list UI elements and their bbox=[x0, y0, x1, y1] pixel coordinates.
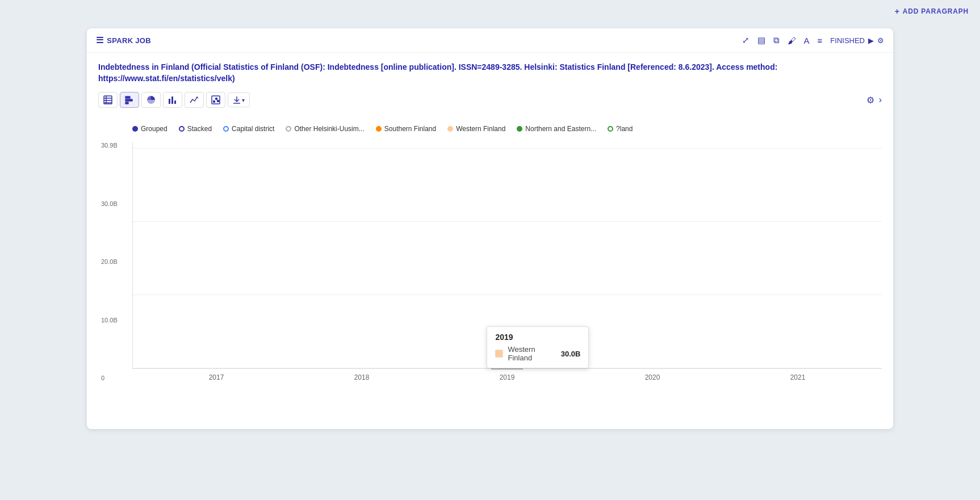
tooltip-region: Western Finland bbox=[508, 345, 556, 362]
y-label-309b: 30.9B bbox=[101, 142, 118, 149]
header-icons: ⤢ ▤ ⧉ 🖌 A ≡ FINISHED ▶ ⚙ bbox=[742, 35, 884, 45]
legend-capital[interactable]: Capital district bbox=[223, 125, 274, 133]
paint-icon[interactable]: 🖌 bbox=[788, 36, 796, 45]
y-label-0: 0 bbox=[101, 375, 118, 381]
chart-title: Indebtedness in Finland (Official Statis… bbox=[98, 62, 882, 84]
legend-northern[interactable]: Northern and Eastern... bbox=[517, 125, 596, 133]
play-icon[interactable]: ▶ bbox=[868, 36, 874, 45]
x-label-2021: 2021 bbox=[725, 373, 870, 381]
tooltip-value: 30.0B bbox=[561, 350, 581, 358]
legend-grouped[interactable]: Grouped bbox=[132, 125, 167, 133]
table-icon[interactable]: ▤ bbox=[757, 35, 765, 45]
legend-dot-aland bbox=[608, 126, 613, 132]
legend-label-capital: Capital district bbox=[232, 125, 274, 133]
legend-label-grouped: Grouped bbox=[141, 125, 167, 133]
expand-icon[interactable]: ⤢ bbox=[742, 35, 749, 45]
x-label-2018: 2018 bbox=[289, 373, 434, 381]
legend-aland[interactable]: ?land bbox=[608, 125, 633, 133]
y-label-10b: 10.0B bbox=[101, 317, 118, 323]
chart-type-bar-v[interactable] bbox=[163, 92, 182, 108]
legend-other-helsinki[interactable]: Other Helsinki-Uusim... bbox=[286, 125, 364, 133]
tooltip-year: 2019 bbox=[495, 333, 580, 342]
chart-inner: 2019 Western Finland 30.0B bbox=[132, 142, 882, 369]
tooltip-swatch bbox=[495, 350, 503, 358]
legend-label-northern: Northern and Eastern... bbox=[525, 125, 596, 133]
legend-label-other-helsinki: Other Helsinki-Uusim... bbox=[294, 125, 364, 133]
legend-label-western: Western Finland bbox=[456, 125, 505, 133]
tooltip: 2019 Western Finland 30.0B bbox=[487, 326, 589, 368]
svg-point-12 bbox=[213, 101, 215, 103]
chart-settings-icons: ⚙ › bbox=[866, 95, 882, 106]
svg-rect-9 bbox=[171, 96, 173, 104]
chart-toolbar: ▾ ⚙ › bbox=[98, 92, 882, 108]
chart-download-button[interactable]: ▾ bbox=[228, 93, 250, 107]
chart-type-buttons: ▾ bbox=[98, 92, 250, 108]
main-card: ☰ SPARK JOB ⤢ ▤ ⧉ 🖌 A ≡ FINISHED ▶ ⚙ Ind… bbox=[87, 28, 893, 429]
card-header: ☰ SPARK JOB ⤢ ▤ ⧉ 🖌 A ≡ FINISHED ▶ ⚙ bbox=[87, 28, 893, 53]
legend-western[interactable]: Western Finland bbox=[447, 125, 505, 133]
svg-rect-10 bbox=[174, 100, 176, 104]
chart-type-bar-h[interactable] bbox=[120, 92, 139, 108]
chart-area: Grouped Stacked Capital district Other H… bbox=[98, 119, 882, 420]
svg-rect-6 bbox=[125, 99, 132, 101]
add-paragraph-button[interactable]: + ADD PARAGRAPH bbox=[895, 7, 969, 16]
chart-type-line[interactable] bbox=[185, 92, 204, 108]
legend-dot-other-helsinki bbox=[286, 126, 291, 132]
x-label-2020: 2020 bbox=[580, 373, 725, 381]
chart-type-table[interactable] bbox=[98, 92, 118, 108]
finished-badge: FINISHED ▶ ⚙ bbox=[830, 36, 884, 45]
bars-container: 2019 Western Finland 30.0B bbox=[133, 142, 882, 368]
svg-rect-7 bbox=[125, 102, 128, 104]
svg-rect-8 bbox=[169, 99, 170, 104]
card-body: Indebtedness in Finland (Official Statis… bbox=[87, 53, 893, 429]
svg-rect-5 bbox=[125, 96, 130, 98]
x-label-2017: 2017 bbox=[144, 373, 289, 381]
legend-dot-capital bbox=[223, 126, 229, 132]
add-paragraph-label: ADD PARAGRAPH bbox=[903, 7, 969, 15]
format-icon[interactable]: ≡ bbox=[818, 36, 823, 45]
legend-dot-grouped bbox=[132, 126, 138, 132]
y-label-20b: 20.0B bbox=[101, 258, 118, 265]
chart-legend: Grouped Stacked Capital district Other H… bbox=[132, 125, 882, 133]
font-icon[interactable]: A bbox=[804, 36, 810, 45]
y-axis-labels: 0 10.0B 20.0B 30.0B 30.9B bbox=[101, 142, 118, 381]
legend-dot-northern bbox=[517, 126, 522, 132]
legend-label-aland: ?land bbox=[616, 125, 633, 133]
settings-gear-icon[interactable]: ⚙ bbox=[866, 95, 874, 106]
tooltip-row: Western Finland 30.0B bbox=[495, 345, 580, 362]
spark-job-title: SPARK JOB bbox=[107, 36, 151, 45]
copy-icon[interactable]: ⧉ bbox=[773, 35, 780, 45]
chart-with-axes: 0 10.0B 20.0B 30.0B 30.9B bbox=[132, 142, 882, 381]
chart-type-pie[interactable] bbox=[141, 92, 161, 108]
svg-point-14 bbox=[217, 100, 219, 102]
legend-dot-western bbox=[447, 126, 453, 132]
spark-job-label: ☰ SPARK JOB bbox=[96, 35, 151, 45]
y-label-30b: 30.0B bbox=[101, 200, 118, 207]
legend-label-southern: Southern Finland bbox=[384, 125, 436, 133]
plus-icon: + bbox=[895, 7, 900, 16]
legend-dot-southern bbox=[376, 126, 382, 132]
settings-icon[interactable]: ⚙ bbox=[877, 36, 884, 45]
svg-point-13 bbox=[216, 98, 217, 100]
legend-stacked[interactable]: Stacked bbox=[179, 125, 212, 133]
chart-type-scatter[interactable] bbox=[206, 92, 225, 108]
legend-dot-stacked bbox=[179, 126, 185, 132]
legend-southern[interactable]: Southern Finland bbox=[376, 125, 436, 133]
chevron-right-icon[interactable]: › bbox=[879, 95, 882, 105]
list-icon: ☰ bbox=[96, 35, 103, 45]
finished-label: FINISHED bbox=[830, 36, 865, 45]
x-label-2019: 2019 bbox=[434, 373, 580, 381]
legend-label-stacked: Stacked bbox=[187, 125, 212, 133]
x-axis-labels: 2017 2018 2019 2020 2021 bbox=[132, 369, 882, 381]
